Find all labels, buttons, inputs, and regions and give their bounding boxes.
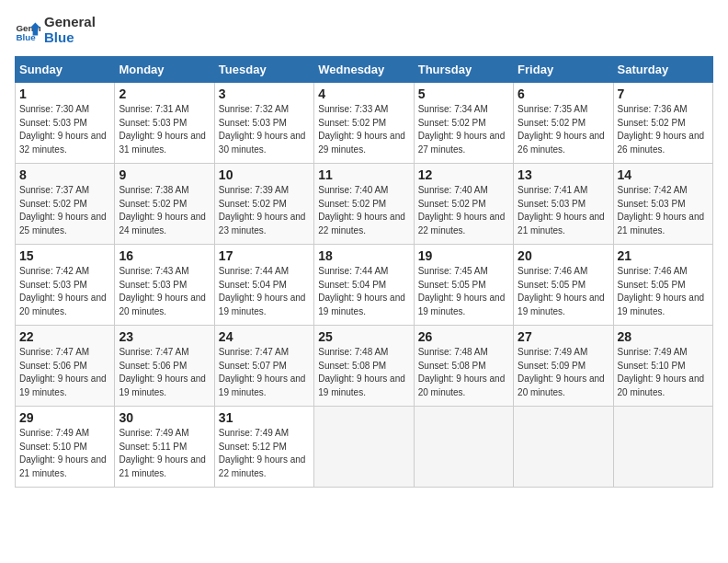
day-number: 6 [518,86,609,101]
calendar-cell: 18 Sunrise: 7:44 AMSunset: 5:04 PMDaylig… [314,245,414,326]
calendar-cell: 27 Sunrise: 7:49 AMSunset: 5:09 PMDaylig… [514,326,613,407]
day-info: Sunrise: 7:49 AMSunset: 5:10 PMDaylight:… [618,346,709,399]
day-info: Sunrise: 7:37 AMSunset: 5:02 PMDaylight:… [19,184,110,237]
day-info: Sunrise: 7:43 AMSunset: 5:03 PMDaylight:… [119,265,210,318]
day-number: 20 [518,248,609,263]
day-info: Sunrise: 7:45 AMSunset: 5:05 PMDaylight:… [418,265,509,318]
calendar-week-row: 8 Sunrise: 7:37 AMSunset: 5:02 PMDayligh… [16,164,713,245]
calendar-cell: 8 Sunrise: 7:37 AMSunset: 5:02 PMDayligh… [16,164,115,245]
day-number: 5 [418,86,509,101]
calendar-cell: 30 Sunrise: 7:49 AMSunset: 5:11 PMDaylig… [115,407,214,488]
calendar-cell [314,407,414,488]
day-number: 28 [618,329,709,344]
day-number: 26 [418,329,509,344]
day-number: 29 [19,410,110,425]
day-info: Sunrise: 7:31 AMSunset: 5:03 PMDaylight:… [119,103,210,156]
day-number: 17 [219,248,310,263]
calendar-cell: 5 Sunrise: 7:34 AMSunset: 5:02 PMDayligh… [414,83,513,164]
day-info: Sunrise: 7:49 AMSunset: 5:11 PMDaylight:… [119,427,210,480]
day-number: 4 [318,86,409,101]
calendar-week-row: 1 Sunrise: 7:30 AMSunset: 5:03 PMDayligh… [16,83,713,164]
day-info: Sunrise: 7:35 AMSunset: 5:02 PMDaylight:… [518,103,609,156]
calendar-week-row: 29 Sunrise: 7:49 AMSunset: 5:10 PMDaylig… [16,407,713,488]
day-info: Sunrise: 7:30 AMSunset: 5:03 PMDaylight:… [19,103,110,156]
calendar-cell: 9 Sunrise: 7:38 AMSunset: 5:02 PMDayligh… [115,164,214,245]
day-number: 2 [119,86,210,101]
day-number: 16 [119,248,210,263]
day-info: Sunrise: 7:40 AMSunset: 5:02 PMDaylight:… [318,184,409,237]
day-info: Sunrise: 7:47 AMSunset: 5:06 PMDaylight:… [19,346,110,399]
day-number: 24 [219,329,310,344]
day-info: Sunrise: 7:34 AMSunset: 5:02 PMDaylight:… [418,103,509,156]
day-number: 9 [119,167,210,182]
calendar-cell: 24 Sunrise: 7:47 AMSunset: 5:07 PMDaylig… [214,326,313,407]
calendar-week-row: 15 Sunrise: 7:42 AMSunset: 5:03 PMDaylig… [16,245,713,326]
day-info: Sunrise: 7:49 AMSunset: 5:09 PMDaylight:… [518,346,609,399]
day-number: 30 [119,410,210,425]
calendar-week-row: 22 Sunrise: 7:47 AMSunset: 5:06 PMDaylig… [16,326,713,407]
calendar-cell: 12 Sunrise: 7:40 AMSunset: 5:02 PMDaylig… [414,164,513,245]
day-info: Sunrise: 7:42 AMSunset: 5:03 PMDaylight:… [19,265,110,318]
day-number: 31 [219,410,310,425]
day-info: Sunrise: 7:44 AMSunset: 5:04 PMDaylight:… [219,265,310,318]
day-number: 12 [418,167,509,182]
day-info: Sunrise: 7:40 AMSunset: 5:02 PMDaylight:… [418,184,509,237]
day-number: 19 [418,248,509,263]
day-number: 8 [19,167,110,182]
calendar-cell: 20 Sunrise: 7:46 AMSunset: 5:05 PMDaylig… [514,245,613,326]
day-info: Sunrise: 7:36 AMSunset: 5:02 PMDaylight:… [618,103,709,156]
calendar-cell: 2 Sunrise: 7:31 AMSunset: 5:03 PMDayligh… [115,83,214,164]
day-info: Sunrise: 7:41 AMSunset: 5:03 PMDaylight:… [518,184,609,237]
day-number: 14 [618,167,709,182]
page-header: General Blue General Blue [15,15,713,45]
calendar-cell: 29 Sunrise: 7:49 AMSunset: 5:10 PMDaylig… [16,407,115,488]
calendar-cell: 7 Sunrise: 7:36 AMSunset: 5:02 PMDayligh… [613,83,712,164]
day-number: 25 [318,329,409,344]
day-number: 27 [518,329,609,344]
header-friday: Friday [514,57,613,83]
day-number: 1 [19,86,110,101]
day-number: 15 [19,248,110,263]
day-number: 3 [219,86,310,101]
day-number: 23 [119,329,210,344]
calendar-cell: 19 Sunrise: 7:45 AMSunset: 5:05 PMDaylig… [414,245,513,326]
day-info: Sunrise: 7:49 AMSunset: 5:12 PMDaylight:… [219,427,310,480]
header-saturday: Saturday [613,57,712,83]
day-info: Sunrise: 7:39 AMSunset: 5:02 PMDaylight:… [219,184,310,237]
day-info: Sunrise: 7:48 AMSunset: 5:08 PMDaylight:… [418,346,509,399]
day-info: Sunrise: 7:46 AMSunset: 5:05 PMDaylight:… [618,265,709,318]
calendar-cell [613,407,712,488]
calendar-header-row: SundayMondayTuesdayWednesdayThursdayFrid… [16,57,713,83]
day-info: Sunrise: 7:33 AMSunset: 5:02 PMDaylight:… [318,103,409,156]
calendar-cell: 17 Sunrise: 7:44 AMSunset: 5:04 PMDaylig… [214,245,313,326]
calendar-cell: 14 Sunrise: 7:42 AMSunset: 5:03 PMDaylig… [613,164,712,245]
calendar-cell: 21 Sunrise: 7:46 AMSunset: 5:05 PMDaylig… [613,245,712,326]
calendar-table: SundayMondayTuesdayWednesdayThursdayFrid… [15,56,713,488]
header-sunday: Sunday [16,57,115,83]
header-thursday: Thursday [414,57,513,83]
calendar-cell: 3 Sunrise: 7:32 AMSunset: 5:03 PMDayligh… [214,83,313,164]
day-number: 11 [318,167,409,182]
logo-icon: General Blue [15,17,40,43]
calendar-cell: 31 Sunrise: 7:49 AMSunset: 5:12 PMDaylig… [214,407,313,488]
calendar-cell: 4 Sunrise: 7:33 AMSunset: 5:02 PMDayligh… [314,83,414,164]
day-info: Sunrise: 7:32 AMSunset: 5:03 PMDaylight:… [219,103,310,156]
calendar-cell: 6 Sunrise: 7:35 AMSunset: 5:02 PMDayligh… [514,83,613,164]
day-number: 10 [219,167,310,182]
day-number: 18 [318,248,409,263]
calendar-cell: 26 Sunrise: 7:48 AMSunset: 5:08 PMDaylig… [414,326,513,407]
header-monday: Monday [115,57,214,83]
day-number: 21 [618,248,709,263]
day-number: 7 [618,86,709,101]
day-number: 22 [19,329,110,344]
calendar-cell: 1 Sunrise: 7:30 AMSunset: 5:03 PMDayligh… [16,83,115,164]
calendar-cell: 16 Sunrise: 7:43 AMSunset: 5:03 PMDaylig… [115,245,214,326]
calendar-cell: 10 Sunrise: 7:39 AMSunset: 5:02 PMDaylig… [214,164,313,245]
calendar-cell: 28 Sunrise: 7:49 AMSunset: 5:10 PMDaylig… [613,326,712,407]
header-wednesday: Wednesday [314,57,414,83]
day-info: Sunrise: 7:49 AMSunset: 5:10 PMDaylight:… [19,427,110,480]
day-info: Sunrise: 7:47 AMSunset: 5:06 PMDaylight:… [119,346,210,399]
day-info: Sunrise: 7:48 AMSunset: 5:08 PMDaylight:… [318,346,409,399]
calendar-cell: 15 Sunrise: 7:42 AMSunset: 5:03 PMDaylig… [16,245,115,326]
calendar-cell [414,407,513,488]
